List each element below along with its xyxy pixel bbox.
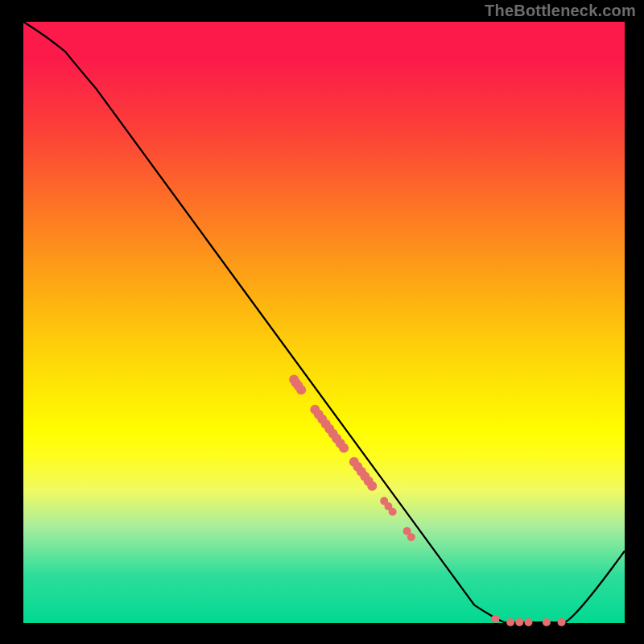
- heat-gradient-background: [23, 22, 625, 623]
- chart-stage: { "watermark": "TheBottleneck.com", "plo…: [0, 0, 644, 644]
- watermark-text: TheBottleneck.com: [483, 2, 638, 19]
